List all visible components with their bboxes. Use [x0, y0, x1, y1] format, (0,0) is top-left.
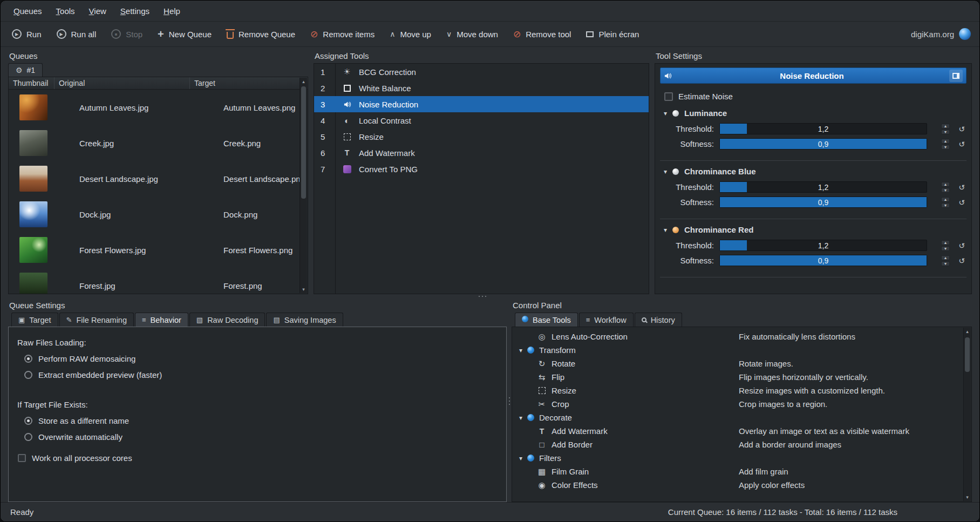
spin-down-button[interactable]: ▼: [941, 246, 950, 251]
scroll-up-arrow[interactable]: ▴: [966, 328, 969, 335]
chrominance-red-section-header[interactable]: ▾ Chrominance Red: [660, 225, 967, 234]
new-queue-button[interactable]: + New Queue: [153, 25, 216, 43]
reset-button[interactable]: ↺: [957, 139, 967, 149]
original-column-header[interactable]: Original: [55, 77, 190, 89]
tab-workflow[interactable]: ≡ Workflow: [579, 313, 634, 327]
tab-base-tools[interactable]: Base Tools: [515, 313, 578, 327]
scroll-down-arrow[interactable]: ▾: [966, 493, 969, 501]
assigned-tool-noise-reduction[interactable]: 3 Noise Reduction: [314, 96, 649, 112]
spin-up-button[interactable]: ▲: [941, 139, 950, 144]
queues-scrollbar[interactable]: ▴ ▾: [300, 78, 307, 293]
work-all-cores-row[interactable]: Work on all processor cores: [18, 453, 506, 463]
menu-settings[interactable]: Settings: [115, 4, 155, 18]
spin-down-button[interactable]: ▼: [941, 261, 950, 266]
spin-down-button[interactable]: ▼: [941, 145, 950, 150]
threshold-slider[interactable]: 1,2: [719, 240, 927, 251]
queue-item-row[interactable]: Forest Flowers.jpg Forest Flowers.png: [9, 232, 308, 268]
tree-item-resize[interactable]: Resize Resize images with a customized l…: [512, 384, 971, 397]
menu-help[interactable]: Help: [158, 4, 186, 18]
radio-icon[interactable]: [24, 433, 32, 441]
radio-icon[interactable]: [24, 355, 32, 363]
collapse-arrow-icon[interactable]: ▾: [519, 414, 522, 422]
collapse-arrow-icon[interactable]: ▾: [664, 168, 667, 175]
queue-item-row[interactable]: Forest.jpg Forest.png: [9, 268, 308, 294]
scrollbar-thumb[interactable]: [301, 86, 306, 199]
tab-file-renaming[interactable]: ✎ File Renaming: [59, 313, 134, 327]
target-column-header[interactable]: Target: [190, 77, 308, 89]
menu-view[interactable]: View: [84, 4, 112, 18]
fullscreen-button[interactable]: Plein écran: [581, 26, 644, 42]
softness-slider[interactable]: 0,9: [719, 255, 927, 266]
tree-item-color-effects[interactable]: ◉ Color Effects Apply color effects: [512, 478, 971, 492]
radio-icon[interactable]: [24, 371, 32, 379]
assigned-tool-local-contrast[interactable]: 4 ◐ Local Contrast: [314, 112, 649, 128]
tree-group-decorate[interactable]: ▾ Decorate: [512, 411, 971, 424]
scroll-up-arrow[interactable]: ▴: [302, 78, 305, 85]
spin-up-button[interactable]: ▲: [941, 240, 950, 245]
thumbnail-column-header[interactable]: Thumbnail: [9, 77, 55, 89]
tree-item-crop[interactable]: ✂ Crop Crop images to a region.: [512, 397, 971, 411]
threshold-slider[interactable]: 1,2: [719, 181, 927, 193]
softness-slider[interactable]: 0,9: [719, 196, 927, 208]
queue-item-row[interactable]: Autumn Leaves.jpg Autumn Leaves.png: [9, 90, 308, 125]
run-button[interactable]: ▶ Run: [7, 26, 46, 42]
tab-saving-images[interactable]: ▤ Saving Images: [266, 313, 343, 327]
scroll-down-arrow[interactable]: ▾: [302, 286, 305, 293]
detach-settings-button[interactable]: [949, 70, 963, 82]
assigned-tool-add-watermark[interactable]: 6 T Add Watermark: [314, 145, 649, 161]
chrominance-blue-section-header[interactable]: ▾ Chrominance Blue: [660, 167, 967, 176]
assigned-tool-resize[interactable]: 5 Resize: [314, 128, 649, 145]
collapse-arrow-icon[interactable]: ▾: [664, 226, 667, 234]
estimate-noise-checkbox[interactable]: [664, 92, 673, 101]
radio-extract-embedded-preview[interactable]: Extract embedded preview (faster): [24, 370, 506, 379]
tree-item-lens-auto-correction[interactable]: ◎ Lens Auto-Correction Fix automatically…: [512, 330, 971, 343]
queue-item-row[interactable]: Creek.jpg Creek.png: [9, 125, 308, 161]
tree-item-film-grain[interactable]: ▦ Film Grain Add film grain: [512, 465, 971, 478]
scrollbar-thumb[interactable]: [965, 337, 970, 372]
tree-item-add-border[interactable]: □ Add Border Add a border around images: [512, 438, 971, 451]
tab-behavior[interactable]: ≡ Behavior: [135, 313, 188, 327]
softness-slider[interactable]: 0,9: [719, 138, 927, 150]
queue-item-row[interactable]: Desert Landscape.jpg Desert Landscape.pn…: [9, 161, 308, 196]
remove-items-button[interactable]: ⊘ Remove items: [305, 26, 379, 42]
reset-button[interactable]: ↺: [957, 241, 967, 250]
spin-up-button[interactable]: ▲: [941, 255, 950, 260]
tab-target[interactable]: ▣ Target: [11, 313, 58, 327]
remove-tool-button[interactable]: ⊘ Remove tool: [508, 26, 576, 42]
radio-perform-raw-demosaicing[interactable]: Perform RAW demosaicing: [24, 354, 506, 363]
tab-raw-decoding[interactable]: ▧ Raw Decoding: [189, 313, 266, 327]
tree-item-add-watermark[interactable]: T Add Watermark Overlay an image or text…: [512, 424, 971, 438]
tree-item-flip[interactable]: ⇆ Flip Flip images horizontally or verti…: [512, 370, 971, 384]
spin-down-button[interactable]: ▼: [941, 130, 950, 134]
tree-group-filters[interactable]: ▾ Filters: [512, 451, 971, 465]
reset-button[interactable]: ↺: [957, 198, 967, 207]
assigned-tool-white-balance[interactable]: 2 White Balance: [314, 80, 649, 96]
luminance-section-header[interactable]: ▾ Luminance: [660, 109, 967, 118]
reset-button[interactable]: ↺: [957, 256, 967, 266]
assigned-tool-bcg-correction[interactable]: 1 ☀ BCG Correction: [314, 64, 649, 80]
reset-button[interactable]: ↺: [957, 124, 967, 134]
control-panel-scrollbar[interactable]: ▴ ▾: [963, 328, 971, 501]
estimate-noise-row[interactable]: Estimate Noise: [664, 92, 967, 101]
collapse-arrow-icon[interactable]: ▾: [664, 110, 667, 117]
collapse-arrow-icon[interactable]: ▾: [519, 455, 522, 462]
vertical-splitter[interactable]: [507, 299, 512, 502]
remove-queue-button[interactable]: Remove Queue: [222, 26, 300, 42]
spin-up-button[interactable]: ▲: [941, 197, 950, 202]
assigned-tool-convert-to-png[interactable]: 7 Convert To PNG: [314, 161, 649, 177]
reset-button[interactable]: ↺: [957, 182, 967, 192]
queue-item-row[interactable]: Dock.jpg Dock.png: [9, 196, 308, 232]
tree-item-rotate[interactable]: ↻ Rotate Rotate images.: [512, 357, 971, 370]
spin-up-button[interactable]: ▲: [941, 124, 950, 128]
work-all-cores-checkbox[interactable]: [18, 454, 26, 462]
spin-up-button[interactable]: ▲: [941, 182, 950, 187]
queue-tab-1[interactable]: ⚙ #1: [8, 63, 43, 77]
threshold-slider[interactable]: 1,2: [719, 123, 927, 134]
radio-overwrite-automatically[interactable]: Overwrite automatically: [24, 432, 506, 442]
radio-icon[interactable]: [24, 417, 32, 425]
run-all-button[interactable]: ▶ Run all: [52, 26, 101, 42]
move-up-button[interactable]: ∧ Move up: [385, 26, 436, 42]
radio-store-different-name[interactable]: Store as a different name: [24, 416, 506, 425]
spin-down-button[interactable]: ▼: [941, 203, 950, 208]
spin-down-button[interactable]: ▼: [941, 188, 950, 193]
